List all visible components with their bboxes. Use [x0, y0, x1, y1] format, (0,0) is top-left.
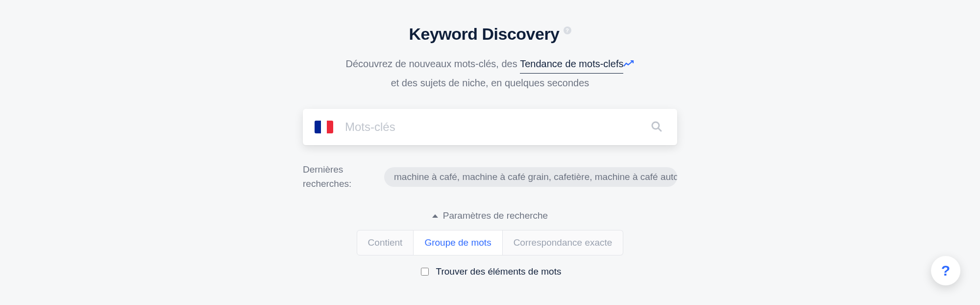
tab-label: Correspondance exacte — [514, 237, 612, 248]
subtitle-pre: Découvrez de nouveaux mots-clés, des — [346, 58, 520, 69]
trending-keywords-link[interactable]: Tendance de mots-clefs — [520, 54, 623, 74]
tab-label: Groupe de mots — [424, 237, 491, 248]
help-fab[interactable]: ? — [931, 256, 960, 285]
tab-word-group[interactable]: Groupe de mots — [414, 230, 502, 255]
recent-searches-row: Dernières recherches: machine à café, ma… — [303, 163, 677, 191]
search-params-toggle[interactable]: Paramètres de recherche — [432, 210, 548, 221]
match-mode-tabs: Contient Groupe de mots Correspondance e… — [357, 230, 624, 255]
help-icon[interactable]: ? — [564, 26, 571, 34]
locale-flag-button[interactable] — [315, 121, 333, 133]
tab-exact-match[interactable]: Correspondance exacte — [503, 230, 624, 255]
search-icon — [651, 121, 662, 134]
page-title-row: Keyword Discovery ? — [409, 25, 571, 44]
recent-search-chip[interactable]: machine à café, machine à café grain, ca… — [384, 167, 677, 187]
trending-keywords-label: Tendance de mots-clefs — [520, 54, 623, 73]
page-title: Keyword Discovery — [409, 25, 559, 44]
find-word-elements-checkbox[interactable] — [421, 268, 429, 276]
find-word-elements-row[interactable]: Trouver des éléments de mots — [419, 266, 562, 277]
trend-chart-icon — [623, 60, 634, 67]
question-icon: ? — [941, 262, 950, 279]
tab-label: Contient — [368, 237, 403, 248]
subtitle-post: et des sujets de niche, en quelques seco… — [391, 77, 589, 88]
search-params-label: Paramètres de recherche — [443, 210, 548, 221]
keyword-search-box — [303, 109, 677, 145]
search-button[interactable] — [648, 118, 665, 137]
recent-search-text: machine à café, machine à café grain, ca… — [394, 172, 677, 182]
find-word-elements-label: Trouver des éléments de mots — [436, 266, 562, 277]
svg-line-1 — [659, 128, 662, 131]
caret-up-icon — [432, 214, 438, 218]
tab-contains[interactable]: Contient — [357, 230, 414, 255]
keyword-input[interactable] — [344, 120, 637, 134]
recent-searches-label: Dernières recherches: — [303, 163, 357, 191]
page-subtitle: Découvrez de nouveaux mots-clés, des Ten… — [346, 54, 635, 92]
